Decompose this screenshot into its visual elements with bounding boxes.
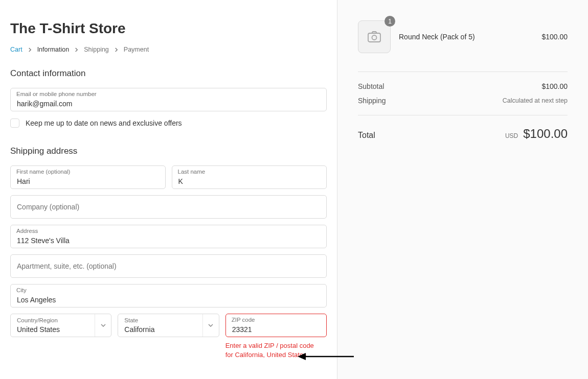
email-field-wrap: Email or mobile phone number <box>10 88 327 111</box>
divider <box>358 72 568 72</box>
product-thumbnail: 1 <box>358 20 391 53</box>
checkout-main: The T-Shirt Store Cart Information Shipp… <box>0 0 337 379</box>
shipping-section-title: Shipping address <box>10 146 327 156</box>
shipping-cost-value: Calculated at next step <box>503 97 568 104</box>
address-field[interactable] <box>11 225 326 248</box>
total-currency: USD <box>505 132 518 139</box>
camera-icon <box>368 31 381 42</box>
contact-section: Contact information Email or mobile phon… <box>10 68 327 128</box>
subtotal-label: Subtotal <box>358 82 384 90</box>
zip-field-border: ZIP code <box>225 314 327 337</box>
shipping-cost-label: Shipping <box>358 97 386 105</box>
state-select[interactable]: State California <box>118 314 219 337</box>
cart-item-name: Round Neck (Pack of 5) <box>399 33 533 41</box>
subtotal-value: $100.00 <box>541 82 568 90</box>
zip-error-message: Enter a valid ZIP / postal code for Cali… <box>225 341 318 360</box>
country-select[interactable]: Country/Region United States <box>10 314 111 337</box>
shipping-line: Shipping Calculated at next step <box>358 93 568 108</box>
last-name-field[interactable] <box>172 166 327 188</box>
breadcrumb-payment: Payment <box>124 46 149 53</box>
newsletter-row: Keep me up to date on news and exclusive… <box>10 119 327 128</box>
email-field-border: Email or mobile phone number <box>10 88 327 111</box>
caret-down-icon <box>95 314 111 337</box>
email-field[interactable] <box>11 88 326 111</box>
total-amount: $100.00 <box>523 127 568 141</box>
first-name-field[interactable] <box>11 166 165 188</box>
order-summary: 1 Round Neck (Pack of 5) $100.00 Subtota… <box>337 0 588 379</box>
chevron-right-icon <box>114 48 119 52</box>
newsletter-checkbox[interactable] <box>10 119 19 128</box>
svg-point-1 <box>372 35 377 40</box>
divider <box>358 115 568 115</box>
cart-item: 1 Round Neck (Pack of 5) $100.00 <box>358 20 568 64</box>
contact-section-title: Contact information <box>10 68 327 79</box>
total-label: Total <box>358 131 375 140</box>
city-field[interactable] <box>11 285 326 307</box>
newsletter-label: Keep me up to date on news and exclusive… <box>26 119 182 127</box>
chevron-right-icon <box>28 48 32 52</box>
zip-field[interactable] <box>226 314 326 337</box>
company-field[interactable] <box>11 196 326 218</box>
shipping-section: Shipping address First name (optional) L… <box>10 146 327 362</box>
total-line: Total USD $100.00 <box>358 123 568 141</box>
qty-badge: 1 <box>385 16 395 27</box>
cart-item-price: $100.00 <box>541 33 568 41</box>
apartment-field[interactable] <box>11 255 326 277</box>
breadcrumb-information: Information <box>37 46 70 53</box>
breadcrumb-shipping: Shipping <box>84 46 109 53</box>
chevron-right-icon <box>74 48 79 52</box>
breadcrumb: Cart Information Shipping Payment <box>10 46 327 53</box>
breadcrumb-cart[interactable]: Cart <box>10 46 22 53</box>
subtotal-line: Subtotal $100.00 <box>358 79 568 93</box>
store-title: The T-Shirt Store <box>10 20 327 37</box>
caret-down-icon <box>202 314 219 337</box>
svg-rect-0 <box>368 33 380 42</box>
